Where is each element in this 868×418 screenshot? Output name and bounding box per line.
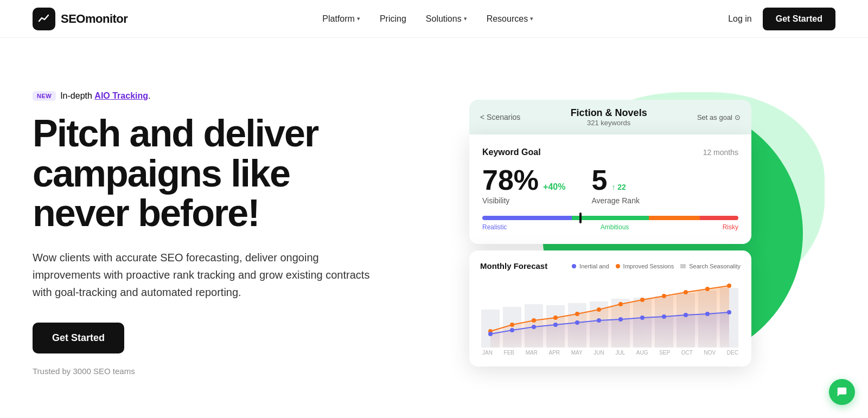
logo-icon	[33, 8, 55, 30]
svg-point-17	[597, 307, 601, 312]
svg-point-21	[684, 290, 688, 294]
nav-pricing[interactable]: Pricing	[380, 14, 406, 24]
hero-content: NEW In-depth AIO Tracking. Pitch and del…	[33, 91, 385, 376]
chart-title: Monthly Forecast	[480, 261, 547, 271]
chart-header: Monthly Forecast Inertial and Improved S…	[480, 261, 741, 271]
svg-point-25	[510, 328, 514, 332]
chevron-down-icon: ▾	[357, 15, 360, 22]
svg-point-26	[532, 325, 536, 329]
visibility-label: Visibility	[482, 196, 565, 205]
nav-actions: Log in Get Started	[728, 8, 835, 30]
nav-links: Platform ▾ Pricing Solutions ▾ Resources…	[322, 14, 533, 24]
widget-container: < Scenarios Fiction & Novels 321 keyword…	[469, 100, 751, 366]
label-realistic: Realistic	[482, 223, 507, 231]
svg-point-29	[597, 318, 601, 323]
widget-title: Fiction & Novels	[571, 107, 647, 119]
svg-point-33	[684, 313, 688, 317]
monthly-forecast-card: Monthly Forecast Inertial and Improved S…	[469, 250, 751, 366]
svg-point-14	[532, 318, 536, 323]
widget-keywords-count: 321 keywords	[571, 119, 647, 127]
badge-new-label: NEW	[33, 91, 56, 101]
svg-point-13	[510, 323, 514, 327]
chart-x-labels: JAN FEB MAR APR MAY JUN JUL AUG SEP OCT …	[480, 350, 741, 356]
svg-point-34	[705, 312, 710, 316]
scenarios-back-button[interactable]: < Scenarios	[480, 113, 520, 121]
svg-point-18	[618, 302, 623, 306]
navbar: SEOmonitor Platform ▾ Pricing Solutions …	[0, 0, 868, 38]
legend-inertial: Inertial and	[572, 263, 609, 269]
goal-slider-track[interactable]	[482, 216, 738, 220]
slider-thumb	[579, 213, 582, 223]
keyword-goal-card: Keyword Goal 12 months 78% +40% Visibili…	[469, 134, 751, 244]
svg-point-15	[553, 316, 558, 320]
keyword-goal-label: Keyword Goal	[482, 147, 541, 157]
svg-point-28	[575, 320, 579, 325]
logo-text: SEOmonitor	[61, 12, 127, 26]
svg-point-30	[618, 317, 623, 321]
visibility-change: +40%	[543, 182, 565, 192]
widget-title-block: Fiction & Novels 321 keywords	[571, 107, 647, 127]
svg-point-23	[727, 284, 731, 288]
rank-metric: 5 ↑ 22 Average Rank	[591, 166, 639, 205]
get-started-hero-button[interactable]: Get Started	[33, 323, 124, 353]
hero-title: Pitch and deliver campaigns like never b…	[33, 114, 385, 234]
svg-point-16	[575, 312, 579, 316]
svg-point-24	[488, 332, 493, 336]
visibility-metric: 78% +40% Visibility	[482, 166, 565, 205]
svg-point-19	[640, 298, 644, 302]
card-header: Keyword Goal 12 months	[482, 147, 738, 157]
nav-solutions[interactable]: Solutions ▾	[426, 14, 467, 24]
legend-improved: Improved Sessions	[616, 263, 674, 269]
slider-labels: Realistic Ambitious Risky	[482, 223, 738, 231]
hero-section: NEW In-depth AIO Tracking. Pitch and del…	[0, 38, 868, 417]
login-button[interactable]: Log in	[728, 14, 752, 24]
aio-tracking-link[interactable]: AIO Tracking	[94, 91, 148, 100]
chart-legend: Inertial and Improved Sessions Search Se…	[572, 263, 741, 269]
chevron-down-icon: ▾	[464, 15, 467, 22]
visibility-value: 78%	[482, 166, 539, 194]
goal-icon: ⊙	[735, 113, 741, 121]
chart-svg	[480, 277, 741, 348]
rank-value: 5	[591, 166, 607, 194]
nav-resources[interactable]: Resources ▾	[487, 14, 533, 24]
label-risky: Risky	[723, 223, 738, 231]
hero-visual: < Scenarios Fiction & Novels 321 keyword…	[385, 70, 835, 396]
trusted-text: Trusted by 3000 SEO teams	[33, 366, 385, 376]
chevron-down-icon: ▾	[530, 15, 533, 22]
badge-text: In-depth AIO Tracking.	[60, 91, 150, 101]
legend-seasonality: Search Seasonality	[680, 263, 741, 269]
new-badge: NEW In-depth AIO Tracking.	[33, 91, 150, 101]
hero-subtitle: Wow clients with accurate SEO forecastin…	[33, 249, 385, 301]
months-label: 12 months	[703, 148, 738, 157]
svg-point-31	[640, 316, 644, 320]
widget-header: < Scenarios Fiction & Novels 321 keyword…	[469, 100, 751, 134]
chat-button[interactable]	[829, 379, 855, 405]
get-started-nav-button[interactable]: Get Started	[763, 8, 835, 30]
nav-platform[interactable]: Platform ▾	[322, 14, 360, 24]
logo[interactable]: SEOmonitor	[33, 8, 127, 30]
svg-point-32	[662, 314, 666, 319]
rank-label: Average Rank	[591, 196, 639, 205]
rank-change: ↑ 22	[611, 183, 626, 191]
svg-point-27	[553, 323, 558, 327]
svg-point-35	[727, 310, 731, 314]
chart-area	[480, 277, 741, 348]
set-goal-button[interactable]: Set as goal ⊙	[697, 113, 741, 121]
svg-point-22	[705, 287, 710, 291]
label-ambitious: Ambitious	[601, 223, 629, 231]
metrics-row: 78% +40% Visibility 5 ↑ 22 Average Rank	[482, 166, 738, 205]
svg-point-20	[662, 294, 666, 298]
